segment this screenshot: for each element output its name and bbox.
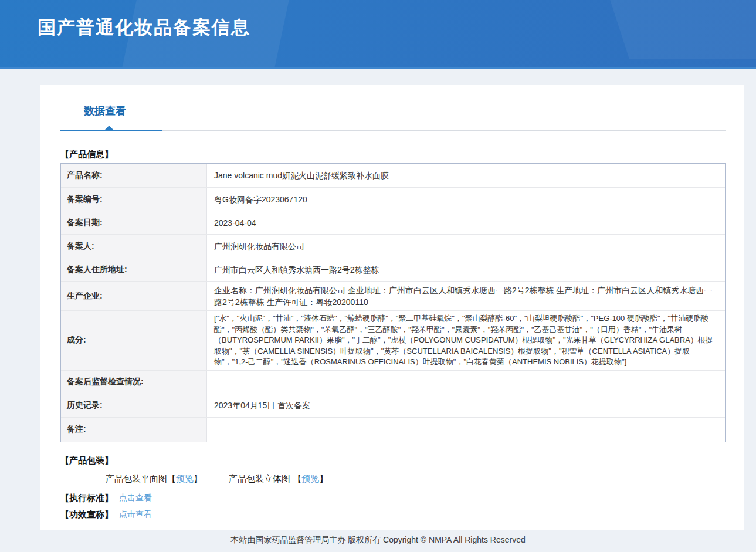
product-info-section-title: 【产品信息】 bbox=[60, 149, 744, 160]
row-value bbox=[207, 371, 725, 394]
row-value: 企业名称：广州润研化妆品有限公司 企业地址：广州市白云区人和镇秀水塘西一路2号2… bbox=[207, 282, 725, 310]
packaging-flat-group: 产品包装平面图【预览】 bbox=[106, 473, 202, 485]
efficacy-view-link[interactable]: 点击查看 bbox=[119, 509, 152, 520]
packaging-links-row: 产品包装平面图【预览】 产品包装立体图 【预览】 bbox=[60, 473, 744, 485]
row-value: 2023-04-04 bbox=[207, 211, 725, 234]
standard-section-title: 【执行标准】 bbox=[60, 493, 113, 504]
table-row-registrant: 备案人: 广州润研化妆品有限公司 bbox=[61, 234, 725, 258]
bracket-close: 】 bbox=[319, 473, 328, 483]
row-label: 备案人住所地址: bbox=[61, 258, 207, 281]
table-row-registration-date: 备案日期: 2023-04-04 bbox=[61, 211, 725, 234]
row-label: 备案后监督检查情况: bbox=[61, 371, 207, 394]
efficacy-section-title: 【功效宣称】 bbox=[60, 509, 113, 520]
table-row-manufacturer: 生产企业: 企业名称：广州润研化妆品有限公司 企业地址：广州市白云区人和镇秀水塘… bbox=[61, 281, 725, 310]
packaging-section-title: 【产品包装】 bbox=[60, 455, 744, 466]
bracket-close: 】 bbox=[194, 473, 202, 483]
row-label: 备案日期: bbox=[61, 211, 207, 234]
product-info-table: 产品名称: Jane volcanic mud妍泥火山泥舒缓紧致补水面膜 备案编… bbox=[60, 163, 726, 442]
efficacy-row: 【功效宣称】 点击查看 bbox=[60, 509, 744, 520]
row-label: 备注: bbox=[61, 418, 207, 442]
page-title: 国产普通化妆品备案信息 bbox=[38, 15, 250, 40]
table-row-ingredients: 成分: ["水"，"火山泥"，"甘油"，"液体石蜡"，"鲸蜡硬脂醇"，"聚二甲基… bbox=[61, 310, 725, 370]
table-row-supervision: 备案后监督检查情况: bbox=[61, 370, 725, 394]
row-label: 产品名称: bbox=[61, 164, 207, 187]
packaging-flat-preview-link[interactable]: 预览 bbox=[176, 473, 194, 483]
packaging-flat-label: 产品包装平面图 bbox=[106, 473, 167, 483]
row-value bbox=[207, 418, 725, 442]
header-decoration bbox=[602, 0, 756, 59]
table-row-remarks: 备注: bbox=[61, 417, 725, 442]
copyright-text: 本站由国家药品监督管理局主办 版权所有 Copyright © NMPA All… bbox=[230, 535, 525, 544]
table-row-registration-number: 备案编号: 粤G妆网备字2023067120 bbox=[61, 187, 725, 211]
standard-row: 【执行标准】 点击查看 bbox=[60, 493, 744, 504]
row-label: 历史记录: bbox=[61, 394, 207, 417]
packaging-stereo-label: 产品包装立体图 bbox=[229, 473, 290, 483]
row-value: Jane volcanic mud妍泥火山泥舒缓紧致补水面膜 bbox=[207, 164, 725, 187]
tab-bar: 数据查看 bbox=[60, 85, 726, 131]
row-value: 2023年04月15日 首次备案 bbox=[207, 394, 725, 417]
bracket-open: 【 bbox=[167, 473, 176, 483]
row-value: ["水"，"火山泥"，"甘油"，"液体石蜡"，"鲸蜡硬脂醇"，"聚二甲基硅氧烷"… bbox=[207, 311, 725, 370]
tab-active-triangle-icon bbox=[105, 126, 113, 130]
packaging-stereo-group: 产品包装立体图 【预览】 bbox=[229, 473, 328, 485]
page-header: 国产普通化妆品备案信息 bbox=[0, 0, 756, 69]
row-value: 广州润研化妆品有限公司 bbox=[207, 235, 725, 258]
row-label: 生产企业: bbox=[61, 282, 207, 310]
row-label: 备案人: bbox=[61, 235, 207, 258]
row-value: 粤G妆网备字2023067120 bbox=[207, 188, 725, 211]
table-row-product-name: 产品名称: Jane volcanic mud妍泥火山泥舒缓紧致补水面膜 bbox=[61, 164, 725, 187]
tab-data-view[interactable]: 数据查看 bbox=[84, 104, 126, 118]
row-value: 广州市白云区人和镇秀水塘西一路2号2栋整栋 bbox=[207, 258, 725, 281]
main-card: 数据查看 【产品信息】 产品名称: Jane volcanic mud妍泥火山泥… bbox=[40, 85, 744, 530]
table-row-history: 历史记录: 2023年04月15日 首次备案 bbox=[61, 394, 725, 417]
row-label: 成分: bbox=[61, 311, 207, 370]
tab-active-underline bbox=[60, 130, 162, 131]
standard-view-link[interactable]: 点击查看 bbox=[119, 493, 152, 503]
page-footer: 本站由国家药品监督管理局主办 版权所有 Copyright © NMPA All… bbox=[0, 530, 756, 552]
bracket-open: 【 bbox=[293, 473, 301, 483]
packaging-stereo-preview-link[interactable]: 预览 bbox=[301, 473, 319, 483]
row-label: 备案编号: bbox=[61, 188, 207, 211]
table-row-registrant-address: 备案人住所地址: 广州市白云区人和镇秀水塘西一路2号2栋整栋 bbox=[61, 258, 725, 281]
